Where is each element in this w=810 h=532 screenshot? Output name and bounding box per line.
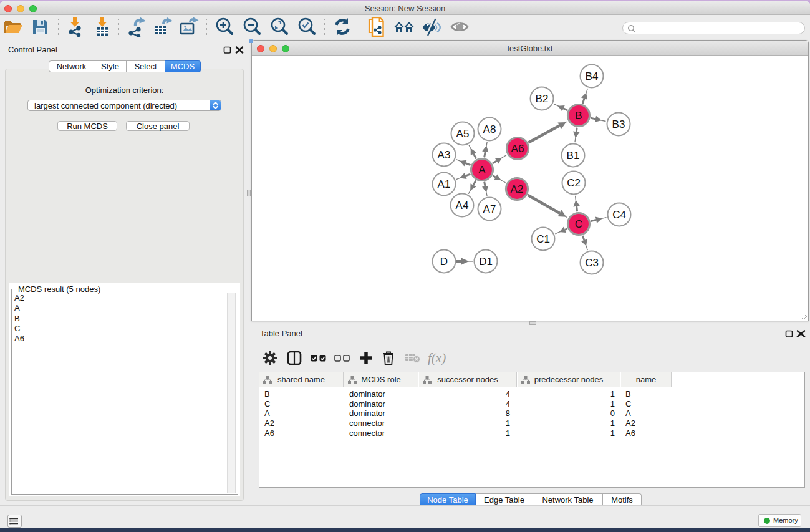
svg-text:C4: C4 (612, 209, 626, 221)
svg-text:C2: C2 (567, 177, 581, 189)
svg-text:A1: A1 (438, 178, 451, 190)
svg-text:B4: B4 (586, 70, 599, 82)
svg-text:A5: A5 (456, 128, 470, 140)
svg-text:A4: A4 (456, 200, 469, 211)
svg-text:B3: B3 (612, 118, 625, 130)
svg-text:A: A (478, 164, 486, 176)
svg-text:B2: B2 (536, 93, 549, 105)
svg-text:C3: C3 (585, 257, 599, 269)
svg-text:D1: D1 (479, 256, 493, 268)
svg-text:A7: A7 (483, 203, 496, 215)
svg-text:B1: B1 (567, 150, 580, 162)
svg-text:B: B (575, 110, 582, 122)
svg-text:C: C (575, 218, 582, 230)
svg-text:A6: A6 (511, 143, 524, 155)
svg-text:A8: A8 (483, 123, 496, 135)
svg-text:D: D (440, 256, 448, 268)
svg-text:C1: C1 (536, 233, 550, 245)
svg-text:A2: A2 (511, 183, 524, 195)
svg-text:A3: A3 (438, 149, 451, 161)
